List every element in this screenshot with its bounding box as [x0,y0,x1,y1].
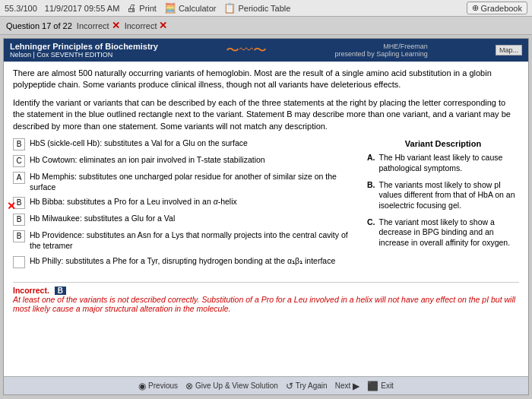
paragraph-text: There are almost 500 naturally occurring… [13,68,519,91]
x-icon-1: ✕ [112,20,120,31]
calculator-button[interactable]: 🧮 Calculator [164,2,217,14]
desc-B-label: B. [367,180,375,211]
map-button[interactable]: Map... [496,45,522,55]
textbook-subtitle: Nelson | Cox SEVENTH EDITION [10,51,158,59]
variant-6-letter: B [17,231,22,242]
desc-A-text: The Hb variant least likely to cause pat… [379,153,520,173]
desc-C-text: The variant most likely to show a decrea… [379,217,520,249]
variant-2-text: Hb Cowtown: eliminates an ion pair invol… [30,155,265,166]
variant-3-text: Hb Memphis: substitutes one uncharged po… [30,172,359,192]
variants-column: ✕ B HbS (sickle-cell Hb): substitutes a … [13,138,359,273]
variant-7-box[interactable] [13,256,25,268]
variant-5-letter: B [17,214,22,225]
next-icon: ▶ [353,381,359,391]
feedback-b-box: B [55,287,66,295]
give-up-icon: ⊗ [185,381,193,391]
table-icon: 📋 [223,2,236,14]
incorrect-badge-2: Incorrect ✕ [125,20,168,31]
variant-2-box[interactable]: C [13,155,25,167]
desc-B: B. The variants most likely to show pI v… [367,180,519,211]
variant-1-letter: B [17,139,22,150]
textbook-title: Lehninger Principles of Biochemistry [10,42,158,51]
feedback-area: Incorrect. B At least one of the variant… [13,282,519,313]
variant-7: Hb Philly: substitutes a Phe for a Tyr, … [13,256,359,268]
variant-7-text: Hb Philly: substitutes a Phe for a Tyr, … [30,256,335,267]
top-bar: 55.3/100 11/9/2017 09:55 AM 🖨 Print 🧮 Ca… [0,0,532,17]
x-icon-2: ✕ [159,20,167,31]
datetime-display: 11/9/2017 09:55 AM [45,4,119,13]
previous-button[interactable]: ◉ Previous [138,381,178,391]
try-again-icon: ↺ [286,381,293,391]
variant-5-text: Hb Milwaukee: substitutes a Glu for a Va… [30,214,175,224]
variant-5: B Hb Milwaukee: substitutes a Glu for a … [13,214,359,226]
main-content: Lehninger Principles of Biochemistry Nel… [3,38,529,395]
textbook-publisher-info: MHE/Freeman presented by Sapling Learnin… [335,43,428,58]
variant-2-letter: C [16,156,21,166]
desc-A-label: A. [367,153,375,173]
try-again-button[interactable]: ↺ Try Again [286,381,328,391]
variant-1-box[interactable]: B [13,138,25,150]
next-button[interactable]: Next ▶ [335,381,360,391]
periodic-table-button[interactable]: 📋 Periodic Table [223,2,290,14]
textbook-info: Lehninger Principles of Biochemistry Nel… [10,42,158,59]
previous-icon: ◉ [138,381,146,391]
give-up-button[interactable]: ⊗ Give Up & View Solution [185,381,278,391]
variant-6: B Hb Providence: substitutes an Asn for … [13,230,359,251]
variant-5-box[interactable]: B [13,214,25,226]
score-display: 55.3/100 [5,4,37,13]
instruction-text: Identify the variant or variants that ca… [13,97,519,132]
exit-button[interactable]: ⬛ Exit [367,381,394,391]
print-icon: 🖨 [127,2,137,14]
question-content: There are almost 500 naturally occurring… [4,62,528,279]
variant-3-box[interactable]: A [13,172,25,184]
variant-2: C Hb Cowtown: eliminates an ion pair inv… [13,155,359,167]
desc-A: A. The Hb variant least likely to cause … [367,153,519,173]
x-marker: ✕ [7,199,16,214]
feedback-incorrect-label: Incorrect. [13,286,49,295]
top-bar-left: 55.3/100 11/9/2017 09:55 AM 🖨 Print 🧮 Ca… [5,2,461,14]
calculator-icon: 🧮 [164,2,176,14]
question-info: Question 17 of 22 [6,21,72,30]
textbook-header: Lehninger Principles of Biochemistry Nel… [4,39,528,62]
variant-4-letter: B [17,198,22,208]
variant-3: A Hb Memphis: substitutes one uncharged … [13,172,359,192]
divider [13,282,519,283]
feedback-text: At least one of the variants is not desc… [13,295,515,313]
gradebook-button[interactable]: ⊕ Gradebook [467,2,527,14]
textbook-logo: 〜〰〜 [226,41,267,59]
variant-1-text: HbS (sickle-cell Hb): substitutes a Val … [30,138,248,149]
variant-6-text: Hb Providence: substitutes an Asn for a … [30,230,359,251]
descriptions-column: Variant Description A. The Hb variant le… [367,138,519,273]
exit-icon: ⬛ [367,381,378,391]
question-bar: Question 17 of 22 Incorrect ✕ Incorrect … [0,17,532,35]
bottom-nav-bar: ◉ Previous ⊗ Give Up & View Solution ↺ T… [4,376,528,394]
variant-3-letter: A [17,173,22,183]
desc-C-label: C. [367,217,375,249]
descriptions-header: Variant Description [367,138,519,150]
variant-6-box[interactable]: B [13,230,25,242]
variant-4: B Hb Bibba: substitutes a Pro for a Leu … [13,197,359,209]
desc-C: C. The variant most likely to show a dec… [367,217,519,249]
plus-icon: ⊕ [472,3,479,13]
variant-1: B HbS (sickle-cell Hb): substitutes a Va… [13,138,359,150]
desc-B-text: The variants most likely to show pI valu… [379,180,520,211]
variant-4-text: Hb Bibba: substitutes a Pro for a Leu in… [30,197,237,207]
print-button[interactable]: 🖨 Print [127,2,157,14]
question-layout: ✕ B HbS (sickle-cell Hb): substitutes a … [13,138,519,273]
incorrect-badge-1: Incorrect ✕ [77,20,120,31]
